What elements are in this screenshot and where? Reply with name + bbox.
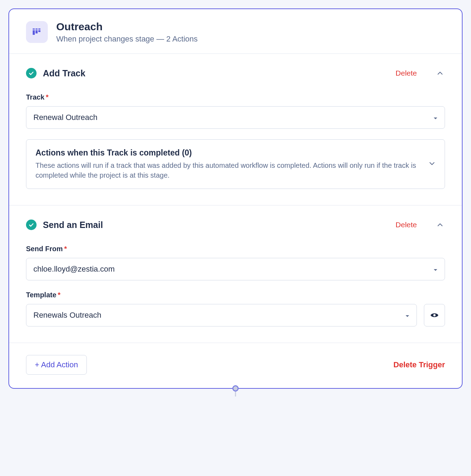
- completion-text: Actions when this Track is completed (0)…: [36, 148, 420, 180]
- section-header: Add Track Delete: [26, 68, 445, 78]
- caret-down-icon: [433, 113, 438, 122]
- send-from-select[interactable]: chloe.lloyd@zestia.com: [26, 258, 445, 280]
- template-select[interactable]: Renewals Outreach: [26, 304, 417, 326]
- required-asterisk: *: [46, 93, 49, 101]
- required-asterisk: *: [64, 245, 67, 253]
- completion-title: Actions when this Track is completed (0): [36, 148, 420, 158]
- svg-rect-5: [38, 30, 40, 32]
- trigger-card: Outreach When project changes stage — 2 …: [8, 8, 463, 389]
- connector-line: [235, 392, 236, 396]
- collapse-toggle[interactable]: [435, 68, 445, 78]
- select-value: chloe.lloyd@zestia.com: [33, 265, 115, 274]
- header-text: Outreach When project changes stage — 2 …: [56, 20, 198, 44]
- track-field-label: Track*: [26, 93, 445, 101]
- collapse-toggle[interactable]: [435, 220, 445, 230]
- svg-rect-1: [36, 28, 38, 30]
- template-label: Template*: [26, 291, 445, 299]
- track-completion-expand[interactable]: Actions when this Track is completed (0)…: [26, 139, 445, 189]
- svg-rect-4: [36, 30, 38, 33]
- section-title: Add Track: [43, 68, 389, 78]
- select-value: Renewal Outreach: [33, 113, 97, 122]
- card-header: Outreach When project changes stage — 2 …: [9, 9, 462, 54]
- svg-rect-3: [33, 30, 35, 35]
- delete-trigger-button[interactable]: Delete Trigger: [393, 360, 445, 369]
- send-from-label: Send From*: [26, 245, 445, 253]
- eye-icon: [430, 311, 439, 320]
- delete-action-button[interactable]: Delete: [395, 69, 417, 77]
- chevron-down-icon: [428, 160, 435, 169]
- connector-dot: [232, 385, 239, 392]
- required-asterisk: *: [58, 291, 60, 299]
- label-text: Template: [26, 291, 56, 299]
- action-section-send-email: Send an Email Delete Send From* chloe.ll…: [9, 205, 462, 343]
- check-icon: [26, 220, 37, 230]
- label-text: Send From: [26, 245, 63, 253]
- project-icon: [26, 21, 48, 43]
- select-value: Renewals Outreach: [33, 311, 101, 320]
- svg-rect-0: [33, 28, 35, 30]
- chevron-up-icon: [437, 70, 444, 77]
- add-action-button[interactable]: + Add Action: [26, 355, 87, 375]
- chevron-up-icon: [437, 221, 444, 228]
- check-icon: [26, 68, 37, 78]
- track-select[interactable]: Renewal Outreach: [26, 106, 445, 129]
- action-section-add-track: Add Track Delete Track* Renewal Outreach…: [9, 54, 462, 205]
- trigger-subtitle: When project changes stage — 2 Actions: [56, 34, 198, 44]
- svg-rect-2: [38, 28, 40, 30]
- label-text: Track: [26, 93, 44, 101]
- section-title: Send an Email: [43, 220, 389, 230]
- completion-description: These actions will run if a track that w…: [36, 160, 420, 180]
- trigger-title: Outreach: [56, 20, 198, 33]
- svg-point-6: [433, 314, 435, 316]
- caret-down-icon: [405, 311, 409, 320]
- card-footer: + Add Action Delete Trigger: [9, 343, 462, 388]
- preview-template-button[interactable]: [424, 304, 445, 326]
- template-row: Renewals Outreach: [26, 304, 445, 326]
- caret-down-icon: [433, 265, 438, 274]
- section-header: Send an Email Delete: [26, 220, 445, 230]
- delete-action-button[interactable]: Delete: [395, 221, 417, 229]
